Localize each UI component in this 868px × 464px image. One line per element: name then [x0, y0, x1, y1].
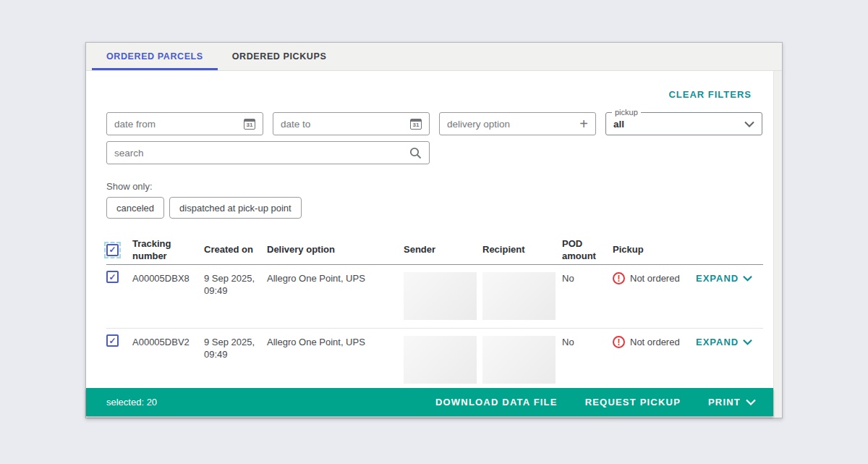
clear-filters-button[interactable]: CLEAR FILTERS	[668, 89, 752, 100]
date-from-field: 31	[106, 112, 263, 135]
pickup-status: ! Not ordered	[613, 334, 696, 348]
alert-icon: !	[613, 336, 625, 348]
col-header-delivery-option: Delivery option	[267, 244, 404, 256]
created-on: 9 Sep 2025, 09:49	[204, 271, 267, 298]
row-checkbox[interactable]: ✓	[106, 334, 119, 347]
delivery-option: Allegro One Point, UPS	[267, 334, 404, 349]
pod-amount: No	[562, 271, 613, 285]
chevron-down-icon	[746, 399, 756, 405]
tab-ordered-pickups[interactable]: ORDERED PICKUPS	[218, 43, 341, 70]
plus-icon[interactable]: +	[579, 117, 588, 131]
tracking-number: A00005DBX8	[132, 271, 204, 285]
table-row: ✓ A00005DBX8 9 Sep 2025, 09:49 Allegro O…	[106, 265, 763, 329]
col-header-recipient: Recipient	[482, 244, 562, 256]
chevron-down-icon	[744, 121, 754, 127]
pickup-select[interactable]: pickup all	[605, 112, 762, 135]
pickup-status-text: Not ordered	[630, 337, 680, 347]
delivery-option-field: +	[439, 112, 596, 135]
pickup-select-label: pickup	[612, 108, 641, 117]
expand-label: EXPAND	[696, 337, 739, 347]
date-from-input[interactable]	[114, 119, 244, 130]
date-to-field: 31	[273, 112, 430, 135]
pickup-status-text: Not ordered	[630, 273, 680, 284]
filter-chip-dispatched[interactable]: dispatched at pick-up point	[169, 197, 302, 219]
request-pickup-button[interactable]: REQUEST PICKUP	[585, 397, 681, 408]
expand-label: EXPAND	[696, 273, 739, 284]
col-header-pickup: Pickup	[613, 244, 696, 256]
col-header-sender: Sender	[404, 244, 482, 256]
print-button[interactable]: PRINT	[708, 397, 756, 408]
selected-count: selected: 20	[106, 397, 157, 408]
show-only-label: Show only:	[106, 181, 153, 192]
select-all-checkbox[interactable]: ✓	[106, 244, 119, 256]
calendar-icon[interactable]: 31	[244, 119, 255, 130]
delivery-option-input[interactable]	[447, 119, 579, 130]
col-header-tracking-number: Tracking number	[132, 238, 204, 262]
filter-chip-canceled[interactable]: canceled	[106, 197, 164, 219]
alert-icon: !	[613, 272, 625, 284]
sender-redacted	[404, 336, 477, 384]
chevron-down-icon	[743, 275, 752, 282]
calendar-icon[interactable]: 31	[410, 119, 422, 130]
search-icon[interactable]	[409, 147, 422, 159]
tab-bar: ORDERED PARCELS ORDERED PICKUPS	[86, 43, 782, 71]
chevron-down-icon	[743, 339, 752, 345]
ordered-parcels-panel: ORDERED PARCELS ORDERED PICKUPS CLEAR FI…	[85, 42, 783, 418]
sender-redacted	[404, 272, 477, 320]
created-on: 9 Sep 2025, 09:49	[204, 334, 267, 361]
pickup-select-value: all	[613, 119, 744, 130]
search-field	[106, 141, 430, 164]
search-input[interactable]	[114, 148, 409, 159]
col-header-created-on: Created on	[204, 244, 267, 256]
show-only-chips: canceled dispatched at pick-up point	[106, 197, 302, 219]
parcels-table: ✓ Tracking number Created on Delivery op…	[106, 236, 763, 392]
select-all-focus-ring: ✓	[106, 244, 119, 256]
print-label: PRINT	[708, 397, 741, 408]
recipient-redacted	[482, 272, 556, 320]
expand-button[interactable]: EXPAND	[696, 271, 763, 284]
tracking-number: A00005DBV2	[132, 334, 204, 349]
selection-action-bar: selected: 20 DOWNLOAD DATA FILE REQUEST …	[86, 388, 773, 416]
row-checkbox[interactable]: ✓	[106, 271, 119, 283]
col-header-pod-amount: POD amount	[562, 238, 613, 262]
recipient-redacted	[482, 336, 556, 384]
table-row: ✓ A00005DBV2 9 Sep 2025, 09:49 Allegro O…	[106, 329, 763, 392]
pod-amount: No	[562, 334, 613, 349]
tab-ordered-parcels[interactable]: ORDERED PARCELS	[92, 43, 218, 70]
scrollbar-track[interactable]	[773, 71, 782, 418]
table-header-row: ✓ Tracking number Created on Delivery op…	[106, 236, 763, 265]
delivery-option: Allegro One Point, UPS	[267, 271, 404, 285]
download-data-file-button[interactable]: DOWNLOAD DATA FILE	[435, 397, 558, 408]
pickup-status: ! Not ordered	[613, 271, 696, 284]
expand-button[interactable]: EXPAND	[696, 334, 763, 347]
date-to-input[interactable]	[281, 119, 410, 130]
